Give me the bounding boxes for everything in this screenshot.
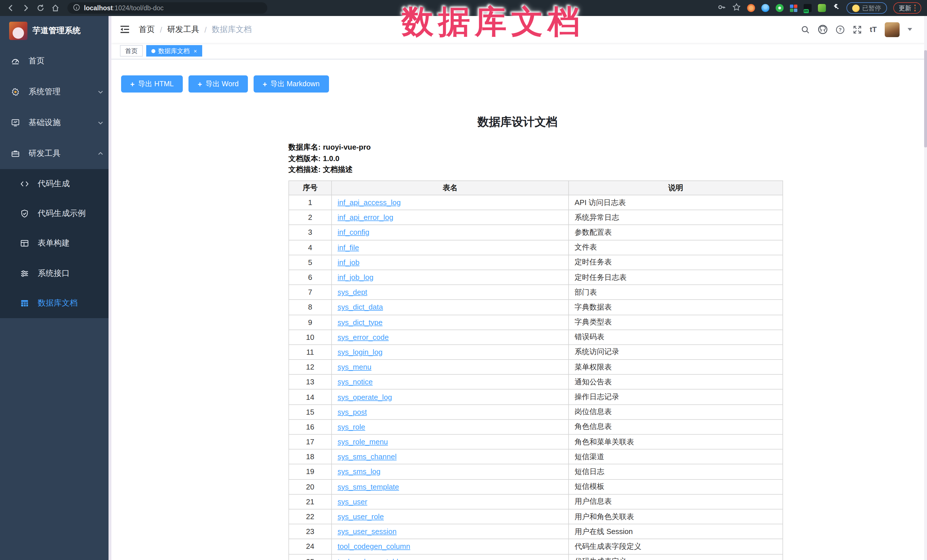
row-table-name-cell: inf_api_error_log (331, 210, 568, 225)
row-table-name-cell: sys_post (331, 404, 568, 419)
row-description: 参数配置表 (568, 225, 783, 240)
breadcrumb-devtools[interactable]: 研发工具 (167, 24, 199, 35)
sidebar-item-system[interactable]: 系统管理 (0, 76, 111, 107)
sidebar-item-form-builder[interactable]: 表单构建 (0, 229, 111, 258)
tags-view-bar: 首页 数据库文档 × (111, 43, 927, 59)
table-name-link[interactable]: sys_operate_log (337, 393, 392, 401)
app-logo-row[interactable]: 芋道管理系统 (0, 16, 111, 46)
sidebar-item-codegen[interactable]: 代码生成 (0, 169, 111, 199)
tag-close-icon[interactable]: × (194, 48, 197, 54)
table-name-link[interactable]: sys_role (337, 423, 365, 431)
sidebar-scrollbar[interactable] (108, 16, 111, 560)
sidebar-item-label: 基础设施 (29, 118, 61, 128)
table-name-link[interactable]: sys_post (337, 408, 367, 416)
avatar-caret-down-icon[interactable] (907, 28, 912, 31)
table-row: 8sys_dict_data字典数据表 (289, 300, 783, 315)
table-row: 1inf_api_access_logAPI 访问日志表 (289, 195, 783, 210)
table-name-link[interactable]: sys_user (337, 498, 367, 506)
table-name-link[interactable]: inf_job_log (337, 273, 374, 282)
user-avatar[interactable] (885, 22, 900, 37)
row-table-name-cell: inf_file (331, 240, 568, 255)
table-name-link[interactable]: sys_sms_template (337, 482, 399, 491)
table-name-link[interactable]: inf_job (337, 258, 360, 267)
table-name-link[interactable]: sys_dict_data (337, 303, 383, 311)
collapse-sidebar-icon[interactable] (120, 25, 130, 34)
row-description: 定时任务表 (568, 255, 783, 270)
export-word-button[interactable]: +导出 Word (188, 75, 248, 93)
table-name-link[interactable]: tool_codegen_column (337, 542, 410, 551)
tag-home[interactable]: 首页 (120, 45, 143, 56)
sidebar-item-system-api[interactable]: 系统接口 (0, 258, 111, 288)
site-info-icon[interactable] (73, 3, 80, 13)
table-name-link[interactable]: sys_sms_log (337, 467, 380, 476)
extension-icon[interactable] (775, 4, 783, 12)
row-description: API 访问日志表 (568, 195, 783, 210)
row-index: 18 (289, 449, 331, 464)
scrollbar-thumb[interactable] (924, 50, 927, 147)
row-table-name-cell: sys_dict_type (331, 315, 568, 329)
table-name-link[interactable]: inf_api_error_log (337, 213, 393, 222)
row-index: 20 (289, 479, 331, 494)
tag-db-doc[interactable]: 数据库文档 × (146, 45, 202, 56)
extension-icon[interactable] (761, 4, 769, 12)
key-icon[interactable] (717, 3, 726, 14)
table-name-link[interactable]: inf_api_access_log (337, 198, 401, 207)
row-index: 13 (289, 375, 331, 390)
table-name-link[interactable]: sys_user_session (337, 527, 397, 536)
table-name-link[interactable]: sys_login_log (337, 348, 383, 357)
extension-icon[interactable]: on (803, 4, 812, 12)
table-name-link[interactable]: sys_sms_channel (337, 453, 397, 461)
paused-extension-pill[interactable]: 已暂停 (846, 2, 887, 14)
help-icon[interactable]: ? (835, 25, 845, 34)
reload-icon[interactable] (36, 4, 44, 12)
devtools-submenu: 代码生成 代码生成示例 表单构建 系统接口 数据库文档 (0, 169, 111, 318)
table-name-link[interactable]: sys_dept (337, 288, 367, 296)
table-name-link[interactable]: sys_role_menu (337, 437, 388, 446)
row-table-name-cell: sys_dict_data (331, 300, 568, 315)
table-row: 11sys_login_log系统访问记录 (289, 344, 783, 360)
row-description: 错误码表 (568, 329, 783, 344)
page-scrollbar[interactable] (924, 16, 927, 560)
table-name-link[interactable]: sys_user_role (337, 512, 384, 521)
export-html-button[interactable]: +导出 HTML (121, 75, 183, 93)
sidebar-item-infra[interactable]: 基础设施 (0, 107, 111, 138)
row-description: 用户和角色关联表 (568, 509, 783, 524)
extension-icon[interactable] (818, 4, 826, 12)
row-index: 4 (289, 240, 331, 255)
browser-update-button[interactable]: 更新 (893, 2, 921, 14)
table-name-link[interactable]: inf_config (337, 228, 369, 237)
sidebar-item-devtools[interactable]: 研发工具 (0, 138, 111, 169)
table-name-link[interactable]: sys_dict_type (337, 318, 383, 326)
row-description: 用户在线 Session (568, 524, 783, 539)
address-bar[interactable]: localhost:1024/tool/db-doc (67, 2, 267, 14)
table-name-link[interactable]: inf_file (337, 243, 359, 252)
extension-icon[interactable] (747, 4, 755, 12)
forward-icon[interactable] (22, 4, 30, 12)
breadcrumb: 首页 / 研发工具 / 数据库文档 (139, 24, 252, 35)
row-index: 8 (289, 300, 331, 315)
browser-menu-icon[interactable] (914, 5, 916, 11)
home-icon[interactable] (52, 4, 59, 12)
table-name-link[interactable]: sys_notice (337, 378, 373, 386)
bookmark-star-icon[interactable] (732, 3, 740, 14)
app-logo (9, 22, 27, 40)
export-markdown-button[interactable]: +导出 Markdown (254, 75, 329, 93)
extension-icon[interactable] (790, 4, 797, 12)
fullscreen-icon[interactable] (853, 25, 862, 34)
row-table-name-cell: sys_login_log (331, 344, 568, 360)
table-name-link[interactable]: sys_menu (337, 363, 372, 371)
row-index: 14 (289, 390, 331, 404)
row-table-name-cell: sys_notice (331, 375, 568, 390)
table-name-link[interactable]: sys_error_code (337, 333, 389, 341)
sidebar-item-home[interactable]: 首页 (0, 46, 111, 76)
row-index: 10 (289, 329, 331, 344)
sidebar-item-db-doc[interactable]: 数据库文档 (0, 288, 111, 318)
extension-puzzle-icon[interactable] (832, 3, 840, 13)
search-icon[interactable] (801, 25, 810, 34)
github-icon[interactable] (818, 24, 827, 34)
breadcrumb-home[interactable]: 首页 (139, 24, 155, 35)
table-name-link[interactable]: tool_codegen_table (337, 557, 403, 560)
font-size-icon[interactable]: tT (869, 25, 877, 34)
sidebar-item-codegen-demo[interactable]: 代码生成示例 (0, 199, 111, 228)
back-icon[interactable] (7, 4, 15, 12)
